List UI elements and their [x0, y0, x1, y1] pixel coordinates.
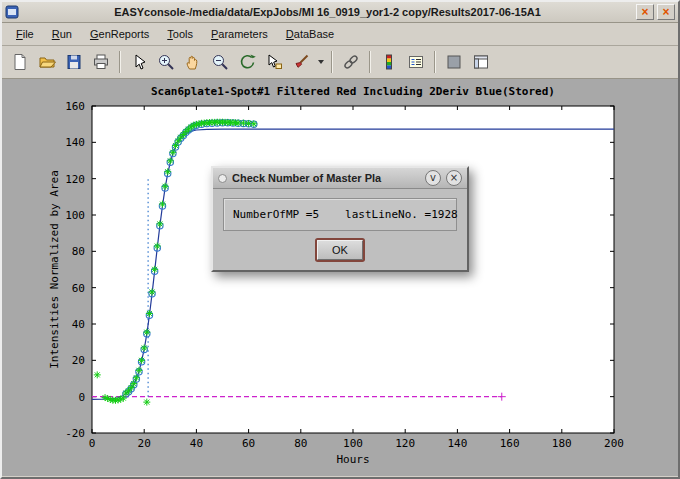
- zoom-out-icon: [211, 53, 229, 71]
- new-figure-icon: [11, 53, 29, 71]
- pan-hand-icon: [184, 53, 202, 71]
- pan-button[interactable]: [180, 49, 206, 75]
- svg-text:120: 120: [65, 173, 85, 186]
- dialog-message-left: NumberOfMP =5: [233, 208, 319, 221]
- svg-text:Scan6plate1-Spot#1 Filtered Re: Scan6plate1-Spot#1 Filtered Red Includin…: [151, 85, 555, 98]
- show-plot-tools-button[interactable]: [468, 49, 494, 75]
- svg-text:60: 60: [242, 437, 255, 450]
- hide-plot-tools-icon: [445, 53, 463, 71]
- menu-run[interactable]: Run: [44, 25, 80, 43]
- zoom-out-button[interactable]: [207, 49, 233, 75]
- link-plot-button[interactable]: [338, 49, 364, 75]
- svg-text:-20: -20: [65, 427, 85, 440]
- svg-text:0: 0: [89, 437, 96, 450]
- dialog-title: Check Number of Master Pla: [232, 172, 420, 184]
- data-cursor-icon: [265, 53, 283, 71]
- svg-text:140: 140: [65, 136, 85, 149]
- menu-file[interactable]: File: [8, 25, 42, 43]
- chevron-down-icon: [318, 60, 324, 64]
- save-figure-icon: [65, 53, 83, 71]
- svg-text:Hours: Hours: [336, 453, 369, 466]
- rotate-3d-icon: [238, 53, 256, 71]
- app-window: EASYconsole-/media/data/ExpJobs/MI 16_09…: [0, 0, 680, 479]
- dialog-check-number-of-master-plates: Check Number of Master Pla v × NumberOfM…: [211, 166, 469, 272]
- print-button[interactable]: [88, 49, 114, 75]
- menu-database[interactable]: DataBase: [278, 25, 342, 43]
- insert-colorbar-button[interactable]: [376, 49, 402, 75]
- svg-text:20: 20: [72, 354, 85, 367]
- titlebar: EASYconsole-/media/data/ExpJobs/MI 16_09…: [2, 2, 678, 23]
- dialog-titlebar[interactable]: Check Number of Master Pla v ×: [213, 168, 467, 189]
- open-file-button[interactable]: [34, 49, 60, 75]
- rotate-3d-button[interactable]: [234, 49, 260, 75]
- svg-text:0: 0: [78, 391, 85, 404]
- menu-parameters[interactable]: Parameters: [203, 25, 276, 43]
- menu-genreports[interactable]: GenReports: [82, 25, 157, 43]
- svg-text:200: 200: [604, 437, 624, 450]
- toolbar: [2, 46, 678, 79]
- link-plot-icon: [342, 53, 360, 71]
- dialog-body: NumberOfMP =5 lastLineNo. =1928 OK: [213, 189, 467, 270]
- svg-text:100: 100: [343, 437, 363, 450]
- close-button[interactable]: ×: [657, 4, 675, 20]
- figure-canvas[interactable]: 020406080100120140160180200-200204060801…: [2, 79, 678, 476]
- svg-text:180: 180: [552, 437, 572, 450]
- toolbar-separator: [331, 51, 333, 73]
- window-title: EASYconsole-/media/data/ExpJobs/MI 16_09…: [23, 6, 632, 18]
- edit-plot-arrow-icon: [130, 53, 148, 71]
- insert-legend-button[interactable]: [403, 49, 429, 75]
- new-figure-button[interactable]: [7, 49, 33, 75]
- dialog-app-icon: [218, 174, 227, 183]
- svg-text:140: 140: [447, 437, 467, 450]
- svg-text:60: 60: [72, 282, 85, 295]
- menubar: File Run GenReports Tools Parameters Dat…: [2, 23, 678, 46]
- svg-text:40: 40: [72, 318, 85, 331]
- ok-button[interactable]: OK: [317, 240, 363, 260]
- toolbar-separator: [119, 51, 121, 73]
- brush-menu-caret[interactable]: [315, 49, 326, 75]
- svg-text:Intensities Normalized by Area: Intensities Normalized by Area: [48, 170, 61, 369]
- svg-text:40: 40: [190, 437, 203, 450]
- menu-tools[interactable]: Tools: [159, 25, 201, 43]
- edit-plot-button[interactable]: [126, 49, 152, 75]
- brush-button[interactable]: [288, 49, 314, 75]
- brush-icon: [292, 53, 310, 71]
- svg-text:80: 80: [72, 245, 85, 258]
- open-file-icon: [38, 53, 56, 71]
- insert-legend-icon: [407, 53, 425, 71]
- svg-text:160: 160: [65, 100, 85, 113]
- dialog-collapse-button[interactable]: v: [425, 170, 441, 186]
- print-icon: [92, 53, 110, 71]
- svg-text:80: 80: [294, 437, 307, 450]
- dialog-close-button[interactable]: ×: [446, 170, 462, 186]
- show-plot-tools-icon: [472, 53, 490, 71]
- zoom-in-button[interactable]: [153, 49, 179, 75]
- window-icon: [5, 5, 19, 19]
- svg-text:120: 120: [395, 437, 415, 450]
- toolbar-separator: [369, 51, 371, 73]
- minimize-button[interactable]: ×: [636, 4, 654, 20]
- window-buttons: × ×: [636, 4, 675, 20]
- hide-plot-tools-button[interactable]: [441, 49, 467, 75]
- zoom-in-icon: [157, 53, 175, 71]
- toolbar-separator: [434, 51, 436, 73]
- svg-text:160: 160: [500, 437, 520, 450]
- save-figure-button[interactable]: [61, 49, 87, 75]
- data-cursor-button[interactable]: [261, 49, 287, 75]
- svg-text:20: 20: [138, 437, 151, 450]
- dialog-message-right: lastLineNo. =1928: [345, 208, 458, 221]
- insert-colorbar-icon: [380, 53, 398, 71]
- figure-area: 020406080100120140160180200-200204060801…: [2, 79, 678, 476]
- dialog-message: NumberOfMP =5 lastLineNo. =1928: [223, 198, 457, 231]
- svg-text:100: 100: [65, 209, 85, 222]
